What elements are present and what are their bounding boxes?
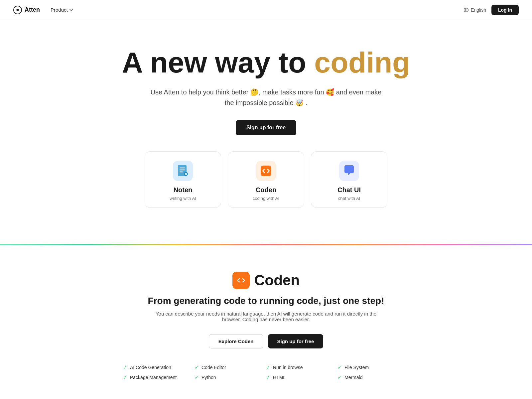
feature-html: ✓ HTML	[266, 374, 337, 380]
nav-right: English Log In	[464, 5, 519, 15]
feature-label-8: Mermaid	[344, 375, 362, 380]
chatui-title: Chat UI	[318, 186, 380, 194]
globe-icon	[464, 7, 469, 13]
check-icon-1: ✓	[123, 364, 127, 370]
logo-icon	[13, 6, 22, 14]
hero-title: A new way to coding	[13, 47, 519, 79]
coden-buttons: Explore Coden Sign up for free	[13, 334, 519, 348]
coden-section-icon	[232, 272, 250, 289]
coden-signup-button[interactable]: Sign up for free	[268, 334, 324, 348]
coden-icon	[260, 165, 272, 177]
explore-coden-button[interactable]: Explore Coden	[209, 334, 263, 348]
coden-description: You can describe your needs in natural l…	[150, 311, 382, 322]
feature-label-2: Code Editor	[201, 365, 226, 370]
check-icon-8: ✓	[337, 374, 342, 380]
check-icon-6: ✓	[195, 374, 199, 380]
hero-section: A new way to coding Use Atten to help yo…	[0, 20, 532, 228]
logo-text: Atten	[25, 6, 40, 13]
chatui-card[interactable]: Chat UI chat with AI	[311, 151, 387, 208]
feature-label-4: File System	[344, 365, 369, 370]
features-grid: ✓ AI Code Generation ✓ Code Editor ✓ Run…	[116, 364, 416, 380]
feature-label-7: HTML	[273, 375, 286, 380]
chatui-icon-wrap	[339, 161, 359, 181]
product-menu[interactable]: Product	[51, 7, 73, 13]
coden-logo-row: Coden	[13, 272, 519, 289]
feature-mermaid: ✓ Mermaid	[337, 374, 409, 380]
feature-label-3: Run in browse	[273, 365, 303, 370]
feature-label-5: Package Management	[130, 375, 177, 380]
chatui-subtitle: chat with AI	[318, 196, 380, 201]
coden-section-svg	[236, 276, 246, 285]
noten-subtitle: writing with AI	[152, 196, 214, 201]
product-label: Product	[51, 7, 68, 13]
hero-signup-button[interactable]: Sign up for free	[236, 120, 296, 135]
coden-card[interactable]: Coden coding with AI	[228, 151, 304, 208]
check-icon-5: ✓	[123, 374, 127, 380]
noten-icon	[177, 165, 189, 177]
hero-title-highlight: coding	[314, 46, 410, 79]
noten-title: Noten	[152, 186, 214, 194]
coden-subtitle: coding with AI	[235, 196, 297, 201]
product-cards: Noten writing with AI Coden coding with …	[13, 151, 519, 208]
hero-subtitle-line2: the impossible possible 🤯 .	[225, 99, 307, 106]
check-icon-4: ✓	[337, 364, 342, 370]
login-button[interactable]: Log In	[491, 5, 519, 15]
feature-package: ✓ Package Management	[123, 374, 195, 380]
hero-subtitle: Use Atten to help you think better 🤔, ma…	[13, 87, 519, 108]
coden-icon-wrap	[256, 161, 276, 181]
feature-run-browse: ✓ Run in browse	[266, 364, 337, 370]
feature-ai-code: ✓ AI Code Generation	[123, 364, 195, 370]
noten-card[interactable]: Noten writing with AI	[145, 151, 221, 208]
check-icon-2: ✓	[195, 364, 199, 370]
feature-code-editor: ✓ Code Editor	[195, 364, 266, 370]
coden-tagline: From generating code to running code, ju…	[13, 296, 519, 306]
chatui-icon	[343, 165, 355, 177]
feature-label-1: AI Code Generation	[130, 365, 171, 370]
noten-icon-wrap	[173, 161, 193, 181]
coden-section-name: Coden	[254, 272, 300, 289]
feature-label-6: Python	[201, 375, 216, 380]
coden-section: Coden From generating code to running co…	[0, 245, 532, 394]
hero-subtitle-line1: Use Atten to help you think better 🤔, ma…	[151, 88, 382, 96]
chevron-down-icon	[69, 8, 73, 12]
navbar: Atten Product English Log In	[0, 0, 532, 20]
language-selector[interactable]: English	[464, 7, 486, 13]
hero-title-part1: A new way to	[122, 46, 314, 79]
check-icon-3: ✓	[266, 364, 270, 370]
check-icon-7: ✓	[266, 374, 270, 380]
feature-python: ✓ Python	[195, 374, 266, 380]
coden-title: Coden	[235, 186, 297, 194]
language-label: English	[471, 7, 486, 13]
nav-left: Atten Product	[13, 6, 73, 14]
feature-file-system: ✓ File System	[337, 364, 409, 370]
logo[interactable]: Atten	[13, 6, 40, 14]
